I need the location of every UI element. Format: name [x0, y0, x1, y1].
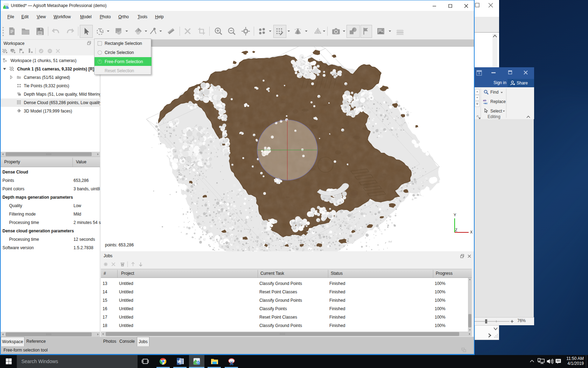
svg-text:Z: Z: [455, 228, 457, 232]
svg-text:W: W: [177, 360, 181, 364]
svg-text:points: 653,286: points: 653,286: [105, 243, 134, 247]
svg-text:Y: Y: [454, 213, 456, 217]
svg-text:ac: ac: [484, 102, 488, 104]
svg-text:X: X: [470, 230, 473, 234]
